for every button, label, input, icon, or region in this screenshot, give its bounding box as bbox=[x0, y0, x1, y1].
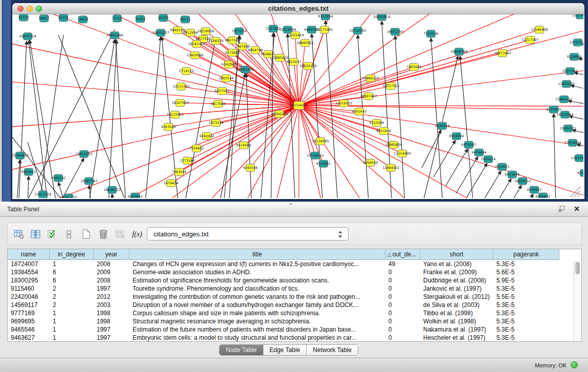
graph-edge[interactable] bbox=[299, 60, 583, 105]
table-row[interactable]: 1456911722003Disruption of a novel membe… bbox=[8, 301, 573, 309]
graph-edge[interactable] bbox=[446, 149, 468, 186]
column-header-year[interactable]: year bbox=[94, 249, 129, 260]
graph-edge[interactable] bbox=[456, 157, 478, 193]
graph-edge[interactable] bbox=[568, 101, 583, 106]
graph-node[interactable]: 7863544 bbox=[172, 168, 187, 176]
graph-node[interactable]: 9329966 bbox=[567, 53, 582, 60]
function-builder-icon[interactable]: f(x) bbox=[130, 227, 144, 242]
tab-node-table[interactable]: Node Table bbox=[220, 345, 264, 355]
graph-node[interactable]: 15134545 bbox=[312, 138, 329, 145]
graph-edge[interactable] bbox=[554, 114, 556, 198]
graph-node[interactable]: 9163544 bbox=[161, 123, 176, 130]
column-header-title[interactable]: title bbox=[129, 249, 385, 260]
graph-node[interactable]: 8313014 bbox=[318, 14, 333, 20]
graph-edge[interactable] bbox=[460, 56, 475, 198]
graph-node[interactable]: 2935114 bbox=[481, 156, 496, 163]
graph-node[interactable]: 8427552 bbox=[215, 87, 230, 95]
graph-node[interactable]: 11154409 bbox=[394, 150, 410, 157]
graph-edge[interactable] bbox=[12, 105, 299, 132]
graph-node[interactable]: 9474444 bbox=[472, 149, 487, 156]
memory-ok-indicator[interactable] bbox=[571, 361, 578, 368]
graph-node[interactable]: 25260650 bbox=[12, 152, 29, 159]
graph-edge[interactable] bbox=[299, 14, 550, 105]
graph-node[interactable]: 2140954 bbox=[435, 122, 450, 129]
graph-node[interactable]: 9094554 bbox=[363, 159, 378, 166]
graph-node[interactable]: 9245652 bbox=[527, 186, 542, 193]
graph-node[interactable]: 9505132 bbox=[51, 174, 66, 182]
graph-node[interactable]: 24057 bbox=[39, 15, 50, 22]
graph-node[interactable]: 15751074 bbox=[569, 39, 583, 46]
table-selector[interactable]: citations_edges.txt bbox=[147, 227, 349, 240]
table-row[interactable]: 946554611997Estimation of the future num… bbox=[8, 325, 573, 334]
graph-node[interactable]: 10543382 bbox=[188, 40, 205, 48]
graph-node[interactable]: 9227343 bbox=[563, 68, 578, 75]
graph-node[interactable]: 15815283 bbox=[75, 150, 92, 158]
graph-node[interactable]: 12175441 bbox=[316, 26, 333, 33]
delete-column-icon[interactable] bbox=[96, 227, 111, 242]
zoom-light[interactable] bbox=[36, 6, 42, 12]
graph-node[interactable]: 12675311 bbox=[571, 155, 583, 162]
graph-edge[interactable] bbox=[499, 185, 521, 198]
graph-edge[interactable] bbox=[569, 116, 583, 123]
graph-node[interactable]: 9161642 bbox=[352, 108, 367, 115]
graph-node[interactable]: 9242844 bbox=[200, 133, 214, 140]
network-canvas[interactable]: 5572324057557211462871913101255722881312… bbox=[12, 14, 583, 198]
graph-edge[interactable] bbox=[33, 14, 299, 105]
graph-node[interactable]: 8514504 bbox=[236, 142, 251, 149]
graph-node[interactable]: 12484552 bbox=[382, 164, 399, 171]
graph-node[interactable]: 9515451 bbox=[316, 160, 331, 167]
graph-node[interactable]: 11175441 bbox=[572, 14, 583, 19]
network-view-window[interactable]: citations_edges.txt 55723240575572114628… bbox=[12, 3, 584, 199]
table-row[interactable]: 1938455462009Genome-wide association stu… bbox=[8, 268, 573, 276]
graph-edge[interactable] bbox=[572, 130, 583, 137]
delete-table-icon[interactable] bbox=[113, 227, 127, 242]
graph-edge[interactable] bbox=[489, 179, 511, 198]
graph-node[interactable]: 9155469 bbox=[369, 119, 384, 126]
graph-edge[interactable] bbox=[299, 105, 377, 123]
graph-node[interactable]: 20691406 bbox=[106, 32, 123, 39]
graph-edge[interactable] bbox=[299, 105, 570, 198]
graph-edge[interactable] bbox=[422, 130, 441, 168]
column-header-pagerank[interactable]: pagerank bbox=[493, 249, 559, 260]
graph-node[interactable]: 8938924 bbox=[449, 133, 464, 140]
graph-node[interactable]: 10973493 bbox=[494, 50, 511, 57]
graph-edge[interactable] bbox=[58, 35, 145, 198]
graph-edge[interactable] bbox=[143, 37, 161, 198]
graph-node[interactable]: 15992971 bbox=[559, 125, 576, 132]
table-row[interactable]: 1830029562008Estimation of significance … bbox=[8, 276, 573, 285]
minimize-light[interactable] bbox=[27, 6, 33, 12]
graph-node[interactable]: 16107554 bbox=[171, 99, 188, 106]
graph-node[interactable]: 7191 bbox=[113, 15, 122, 22]
graph-node[interactable]: 9417004 bbox=[211, 100, 226, 107]
graph-node[interactable]: 7485083 bbox=[407, 63, 422, 71]
graph-node[interactable]: 1678414 bbox=[164, 180, 179, 187]
create-column-icon[interactable] bbox=[79, 227, 94, 242]
graph-node[interactable]: 9245632 bbox=[536, 193, 551, 198]
graph-node[interactable]: 10655257 bbox=[152, 29, 169, 36]
graph-node[interactable]: 18757515 bbox=[382, 82, 399, 90]
graph-node[interactable]: 7957224 bbox=[232, 28, 247, 35]
graph-node[interactable]: 12213343 bbox=[172, 83, 189, 90]
graph-edge[interactable] bbox=[186, 71, 299, 105]
graph-node[interactable]: 55723 bbox=[18, 14, 29, 21]
graph-node[interactable]: 22420046 bbox=[186, 52, 203, 59]
graph-node[interactable]: 9245544 bbox=[243, 164, 258, 171]
tab-edge-table[interactable]: Edge Table bbox=[264, 345, 307, 355]
graph-node[interactable]: 12444151 bbox=[555, 96, 572, 103]
graph-node[interactable]: 10980804 bbox=[385, 141, 402, 148]
graph-node[interactable]: 1527602 bbox=[266, 25, 281, 32]
graph-node[interactable]: 16646123 bbox=[103, 186, 120, 193]
graph-node[interactable]: 10654112 bbox=[514, 178, 531, 185]
table-row[interactable]: 977716911998Corpus callosum shape and si… bbox=[8, 309, 573, 317]
graph-node[interactable]: 20087547 bbox=[80, 178, 97, 185]
graph-node[interactable]: 11548408 bbox=[531, 26, 548, 33]
graph-edge[interactable] bbox=[246, 74, 253, 198]
graph-node[interactable]: 9827508 bbox=[225, 37, 240, 44]
graph-node[interactable]: 12411520 bbox=[34, 191, 51, 198]
float-panel-icon[interactable] bbox=[559, 206, 565, 212]
table-row[interactable]: 946362711997Embryonic stem cells: a mode… bbox=[8, 334, 573, 342]
column-header-in_degree[interactable]: in_degree bbox=[50, 249, 94, 260]
graph-node[interactable]: 18640910 bbox=[296, 39, 313, 47]
graph-node[interactable]: 16648784 bbox=[450, 48, 467, 55]
graph-node[interactable]: 55722 bbox=[158, 14, 169, 21]
